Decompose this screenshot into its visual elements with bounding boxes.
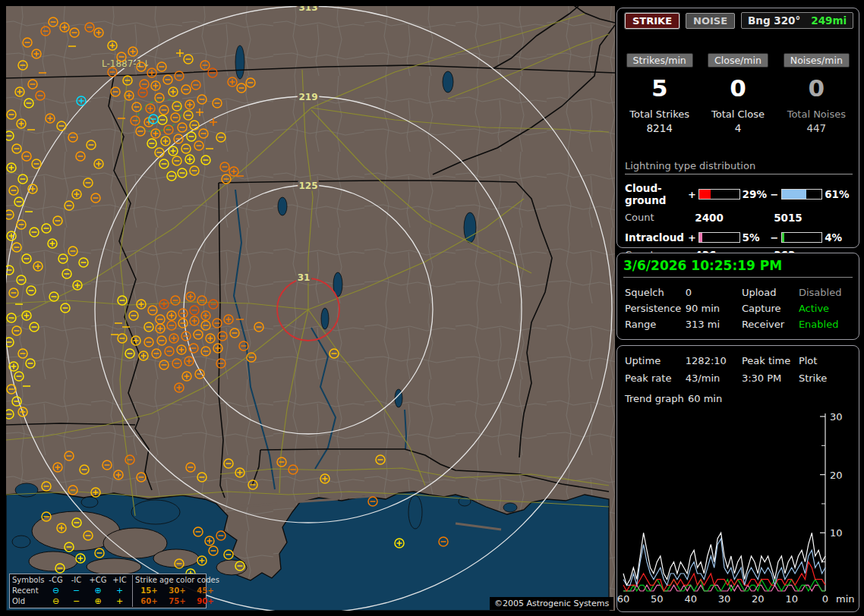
lightning-map[interactable]: L-1887-1↓31321912531 (6, 6, 615, 611)
cg-pos-count: 2400 (695, 212, 774, 224)
y-tick-label: 20 (830, 470, 843, 481)
legend-age-header: Strike age color codes (135, 575, 219, 586)
copyright-text: ©2005 Astrogenic Systems (490, 597, 613, 610)
plus-sign: + (688, 232, 696, 244)
total-close-label: Total Close (698, 108, 777, 120)
ic-pos-bar (698, 232, 740, 243)
circle-minus-icon: ⊖ (46, 596, 66, 607)
age-90: 90+ (191, 596, 219, 607)
trend-panel: Uptime 1282:10 Peak time Plot Peak rate … (616, 345, 859, 612)
squelch-label: Squelch (625, 287, 686, 298)
strike-counters-panel: STRIKE NOISE Bng 320°249mi Strikes/min 5… (616, 8, 859, 248)
strikes-per-min-label: Strikes/min (626, 53, 693, 68)
range-value: 313 mi (686, 319, 742, 330)
upload-label: Upload (742, 287, 799, 298)
persistence-label: Persistence (625, 303, 686, 314)
intracloud-label: Intracloud (625, 231, 688, 244)
x-tick-label: 0 (822, 593, 828, 605)
close-per-min-column: Close/min 0 Total Close 4 (698, 52, 777, 134)
range-ring-label: 125 (298, 181, 317, 191)
plus-icon: + (109, 596, 130, 607)
strikes-per-min-column: Strikes/min 5 Total Strikes 8214 (620, 52, 698, 134)
marsh-land (29, 552, 77, 571)
capture-status: Active (799, 303, 854, 314)
range-ring-label: 313 (298, 6, 317, 13)
legend-symbols-block: Symbols -CG -IC +CG +IC Recent ⊖ − ⊕ + O… (12, 575, 130, 607)
lake (235, 46, 244, 79)
lake (278, 197, 287, 215)
legend-col-pos-ic: +IC (109, 575, 130, 586)
distribution-title: Lightning type distribution (625, 160, 853, 174)
series-Total (623, 533, 825, 585)
x-tick-label: 20 (752, 593, 765, 605)
plus-icon: + (109, 586, 130, 596)
age-15: 15+ (135, 586, 163, 596)
circle-plus-icon: ⊕ (87, 596, 109, 607)
minus-sign: − (771, 189, 779, 200)
noise-toggle-button[interactable]: NOISE (686, 13, 735, 29)
lightning-map-canvas[interactable]: L-1887-1↓31321912531 (6, 6, 615, 611)
ic-neg-pct: 4% (825, 231, 853, 244)
x-tick-label: 10 (785, 593, 798, 605)
range-ring-label: 219 (298, 92, 317, 102)
lake (131, 500, 180, 524)
circle-plus-icon: ⊕ (87, 586, 109, 596)
trend-graph-label: Trend graph (625, 393, 688, 404)
legend-col-neg-ic: -IC (66, 575, 87, 586)
legend-symbols-header: Symbols (12, 575, 46, 586)
lake (503, 503, 517, 512)
intracloud-row: Intracloud + 5% − 4% (625, 231, 853, 244)
status-panel: 3/6/2026 10:25:19 PM Squelch 0 Upload Di… (616, 253, 859, 340)
nexstorm-app: { "panel": { "strike_button": "STRIKE", … (0, 0, 864, 616)
legend-age-block: Strike age color codes 15+ 30+ 45+ 60+ 7… (132, 575, 219, 607)
lake (81, 497, 98, 508)
peak-time-label: Peak time (742, 355, 799, 366)
map-legend: Symbols -CG -IC +CG +IC Recent ⊖ − ⊕ + O… (9, 574, 207, 608)
legend-col-pos-cg: +CG (87, 575, 109, 586)
lake (12, 536, 30, 548)
lake (408, 495, 422, 529)
age-30: 30+ (163, 586, 191, 596)
age-75: 75+ (163, 596, 191, 607)
uptime-value: 1282:10 (686, 355, 742, 366)
ic-pos-pct: 5% (743, 231, 771, 244)
upload-status: Disabled (799, 287, 854, 298)
x-tick-label: 40 (684, 593, 697, 605)
peak-time-value: 3:30 PM (742, 372, 799, 384)
marsh-land (153, 549, 199, 567)
lake (443, 71, 453, 93)
x-tick-label: 30 (718, 593, 731, 605)
total-close-value: 4 (698, 122, 777, 134)
x-tick-label: 60 (617, 593, 629, 605)
plot-mode-value: Strike (799, 372, 854, 384)
persistence-value: 90 min (686, 303, 742, 314)
marsh-land (87, 558, 141, 575)
bearing-readout: Bng 320°249mi (741, 12, 853, 29)
minus-sign: − (771, 232, 779, 244)
bearing-value: Bng 320° (748, 14, 800, 27)
cg-neg-count: 5015 (774, 212, 853, 224)
count-label: Count (625, 212, 695, 224)
minus-icon: − (66, 586, 87, 596)
minus-icon: − (66, 596, 87, 607)
strike-toggle-button[interactable]: STRIKE (625, 13, 680, 29)
plus-sign: + (688, 189, 696, 200)
distance-value: 249mi (811, 14, 847, 27)
legend-old-label: Old (12, 596, 46, 607)
receiver-label: Receiver (742, 319, 799, 330)
close-ring-label: 31 (298, 272, 311, 283)
lightning-type-distribution: Lightning type distribution Cloud-ground… (625, 160, 853, 261)
uptime-label: Uptime (625, 355, 686, 366)
total-noises-value: 447 (777, 122, 856, 134)
age-60: 60+ (135, 596, 163, 607)
legend-col-neg-cg: -CG (46, 575, 66, 586)
receiver-status: Enabled (799, 319, 854, 330)
close-per-min-value: 0 (698, 74, 777, 102)
legend-recent-label: Recent (12, 586, 46, 596)
ic-neg-bar (781, 232, 823, 243)
peak-rate-value: 43/min (686, 372, 742, 384)
datetime-display: 3/6/2026 10:25:19 PM (623, 258, 853, 278)
cloud-ground-count-row: Count 2400 5015 (625, 212, 853, 224)
cloud-ground-label: Cloud-ground (625, 182, 688, 206)
age-45: 45+ (191, 586, 219, 596)
